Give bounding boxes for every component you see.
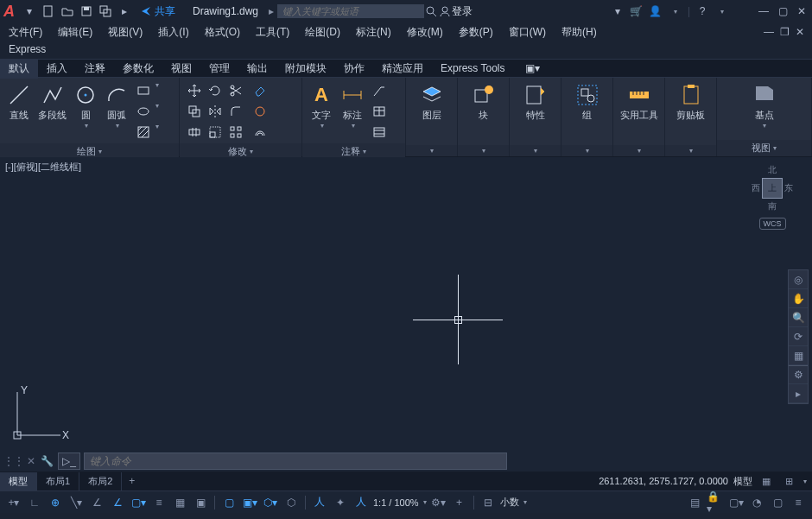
leader-icon[interactable] [370, 81, 389, 100]
qat-more-icon[interactable]: ▸ [117, 3, 132, 19]
clipboard-button[interactable]: 剪贴板 [675, 81, 707, 123]
sb-dynucs-icon[interactable]: ▣▾ [241, 494, 258, 511]
grid-display-icon[interactable]: ▦ [758, 472, 775, 490]
block-button[interactable]: 块 [470, 81, 498, 123]
nav-zoom-icon[interactable]: 🔍 [789, 308, 808, 327]
stretch-icon[interactable] [185, 123, 204, 142]
panel-clip-expand[interactable]: ▾ [689, 147, 693, 155]
panel-view-expand[interactable]: ▾ [773, 144, 777, 152]
menu-window[interactable]: 窗口(W) [509, 25, 546, 40]
sb-otrack-icon[interactable]: ▢▾ [130, 494, 147, 511]
qat-menu-icon[interactable]: ▾ [22, 3, 37, 19]
sb-units-text[interactable]: 小数 [500, 496, 519, 509]
new-file-icon[interactable] [41, 3, 56, 19]
sb-gizmo-icon[interactable]: ⬡ [282, 494, 300, 511]
drawing-canvas[interactable]: [-][俯视][二维线框] YX 北 西 上 东 南 WCS ◎ ✋ 🔍 ⟳ ▦… [0, 157, 812, 451]
panel-layers-expand[interactable]: ▾ [430, 147, 434, 155]
layers-button[interactable]: 图层 [418, 81, 446, 123]
sb-lineweight-icon[interactable]: ≡ [150, 494, 168, 511]
nav-settings-icon[interactable]: ⚙ [789, 365, 808, 384]
close-icon[interactable]: ✕ [795, 4, 809, 18]
viewcube-north[interactable]: 北 [752, 164, 793, 176]
sb-scale-text[interactable]: 1:1 / 100% [373, 497, 419, 508]
cart-icon[interactable]: 🛒 [630, 4, 644, 18]
ellipse-dropdown[interactable]: ▾ [155, 102, 159, 121]
sb-lock-icon[interactable]: 🔒▾ [707, 494, 724, 511]
menu-param[interactable]: 参数(P) [459, 25, 493, 40]
sb-ortho-icon[interactable]: ∟ [26, 494, 43, 511]
viewcube-top[interactable]: 上 [762, 178, 783, 199]
tab-annotate[interactable]: 注释 [76, 59, 114, 79]
rotate-icon[interactable] [206, 81, 225, 100]
arc-button[interactable]: 圆弧▾ [103, 81, 130, 131]
rectangle-dropdown[interactable]: ▾ [155, 81, 159, 100]
a360-dropdown[interactable]: ▾ [669, 4, 682, 18]
panel-annotate-expand[interactable]: ▾ [363, 148, 366, 155]
table-icon[interactable] [370, 102, 389, 121]
fillet-icon[interactable] [226, 102, 245, 121]
wcs-badge[interactable]: WCS [759, 218, 786, 230]
sb-units-icon[interactable]: ⊟ [479, 494, 497, 511]
coord-dropdown[interactable]: ▾ [803, 478, 807, 485]
menu-help[interactable]: 帮助(H) [561, 25, 597, 40]
express-menu[interactable]: Express [0, 41, 812, 59]
viewcube-south[interactable]: 南 [752, 200, 793, 212]
sb-quickprops-icon[interactable]: ▤ [686, 494, 703, 511]
dim-button[interactable]: 标注▾ [339, 81, 366, 131]
menu-tools[interactable]: 工具(T) [256, 25, 289, 40]
viewport-label[interactable]: [-][俯视][二维线框] [5, 161, 81, 174]
sb-angle-icon[interactable]: ∠ [88, 494, 105, 511]
tab-addins[interactable]: 附加模块 [276, 59, 335, 79]
sb-plus-icon[interactable]: +▾ [5, 494, 22, 511]
array-icon[interactable] [226, 123, 245, 142]
menu-dim[interactable]: 标注(N) [356, 25, 391, 40]
tab-layout2[interactable]: 布局2 [79, 472, 122, 491]
panel-modify-expand[interactable]: ▾ [250, 148, 253, 155]
basepoint-button[interactable]: 基点▾ [751, 81, 778, 131]
space-indicator[interactable]: 模型 [733, 475, 752, 488]
login-link[interactable]: 登录 [452, 4, 473, 19]
tab-manage[interactable]: 管理 [200, 59, 238, 79]
erase-icon[interactable] [251, 81, 270, 100]
menu-view[interactable]: 视图(V) [108, 25, 143, 40]
nav-pan-icon[interactable]: ✋ [789, 289, 808, 308]
sb-units-dropdown[interactable]: ▾ [523, 498, 527, 506]
sb-isolate-icon[interactable]: ▢▾ [727, 494, 745, 511]
save-icon[interactable] [79, 3, 94, 19]
nav-showmotion-icon[interactable]: ▦ [789, 346, 808, 365]
sb-annovisibility-icon[interactable]: ✦ [332, 494, 349, 511]
line-button[interactable]: 直线 [5, 81, 33, 123]
user-icon[interactable] [438, 4, 452, 18]
sb-hardware-icon[interactable]: ◔ [748, 494, 765, 511]
command-input[interactable] [84, 453, 507, 470]
sb-3dosnap-icon[interactable]: ▢ [220, 494, 238, 511]
sb-annoscale-icon[interactable]: 人 [311, 494, 328, 511]
mdi-restore-icon[interactable]: ❐ [777, 25, 791, 39]
search-icon[interactable] [424, 4, 438, 18]
tab-insert[interactable]: 插入 [38, 59, 76, 79]
menu-format[interactable]: 格式(O) [205, 25, 240, 40]
login-dropdown-icon[interactable]: ▾ [611, 4, 625, 18]
tab-output[interactable]: 输出 [238, 59, 276, 79]
menu-draw[interactable]: 绘图(D) [305, 25, 340, 40]
panel-util-expand[interactable]: ▾ [638, 147, 641, 155]
mirror-icon[interactable] [206, 102, 225, 121]
cmd-handle-icon[interactable]: ⋮⋮ ✕ [3, 455, 35, 467]
tab-default[interactable]: 默认 [0, 59, 38, 79]
panel-props-expand[interactable]: ▾ [534, 147, 537, 155]
sb-cleanscreen-icon[interactable]: ▢ [769, 494, 786, 511]
panel-block-expand[interactable]: ▾ [482, 147, 485, 155]
a360-icon[interactable]: 👤 [649, 4, 663, 18]
search-input[interactable] [277, 4, 424, 18]
ellipse-icon[interactable] [134, 102, 153, 121]
circle-button[interactable]: 圆▾ [72, 81, 99, 131]
mdi-minimize-icon[interactable]: — [762, 25, 776, 39]
viewcube-west[interactable]: 西 [752, 182, 760, 194]
viewcube[interactable]: 北 西 上 东 南 WCS [752, 164, 793, 230]
open-file-icon[interactable] [60, 3, 75, 19]
sb-customize-icon[interactable]: ≡ [790, 494, 807, 511]
tab-model[interactable]: 模型 [0, 472, 37, 491]
move-icon[interactable] [185, 81, 204, 100]
nav-orbit-icon[interactable]: ⟳ [789, 327, 808, 346]
sb-polar-icon[interactable]: ⊕ [47, 494, 64, 511]
